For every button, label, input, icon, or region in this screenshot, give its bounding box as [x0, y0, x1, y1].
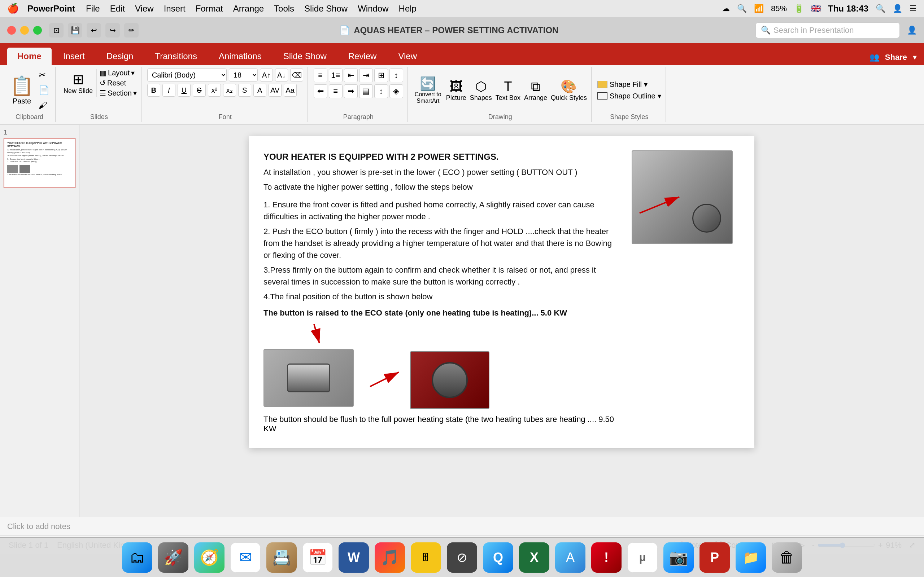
columns-button[interactable]: ⊞	[374, 69, 388, 82]
notes-bar[interactable]: Click to add notes	[0, 517, 924, 535]
superscript-button[interactable]: x²	[208, 84, 221, 97]
font-color-button[interactable]: A	[254, 84, 267, 97]
shape-outline-button[interactable]: Shape Outline ▾	[597, 92, 661, 100]
dock-excel[interactable]: X	[519, 542, 549, 573]
underline-button[interactable]: U	[178, 84, 191, 97]
dock-trash[interactable]: 🗑	[772, 542, 802, 573]
slide-thumbnail[interactable]: YOUR HEATER IS EQUIPPED WITH 2 POWER SET…	[3, 138, 76, 188]
menu-format[interactable]: Format	[195, 3, 223, 14]
section-button[interactable]: ☰ Section ▾	[100, 89, 137, 97]
justify-button[interactable]: ▤	[359, 84, 373, 98]
shadow-button[interactable]: S	[238, 84, 251, 97]
dock-audacity[interactable]: 🎚	[411, 542, 441, 573]
paste-button[interactable]: 📋 Paste	[8, 73, 36, 108]
share-chevron-icon[interactable]: ▾	[913, 53, 917, 62]
user-icon[interactable]: 👤	[893, 4, 902, 13]
search-bar[interactable]: 🔍 Search in Presentation	[756, 23, 900, 38]
dock-contacts[interactable]: 📇	[267, 542, 297, 573]
picture-button[interactable]: 🖼 Picture	[446, 79, 466, 102]
menu-window[interactable]: Window	[358, 3, 388, 14]
slide-canvas[interactable]: YOUR HEATER IS EQUIPPED WITH 2 POWER SET…	[249, 136, 754, 448]
tab-slideshow[interactable]: Slide Show	[273, 48, 337, 65]
align-right-button[interactable]: ➡	[344, 84, 358, 98]
account-icon[interactable]: 👤	[907, 26, 917, 35]
decrease-font-button[interactable]: A↓	[275, 69, 288, 82]
new-slide-button[interactable]: ⊞ New Slide	[61, 69, 97, 97]
font-family-select[interactable]: Calibri (Body) Arial Times New Roman	[147, 69, 227, 82]
dock-utorrent[interactable]: µ	[627, 542, 657, 573]
decrease-indent-button[interactable]: ⇤	[344, 69, 358, 82]
paragraph-spacing-button[interactable]: ↕	[389, 69, 403, 82]
dock-quicksilver[interactable]: Q	[483, 542, 513, 573]
spotlight-icon[interactable]: 🔍	[876, 4, 885, 13]
redo-button[interactable]: ↪	[105, 23, 120, 37]
menu-slideshow[interactable]: Slide Show	[304, 3, 347, 14]
tab-review[interactable]: Review	[338, 48, 387, 65]
menu-view[interactable]: View	[135, 3, 154, 14]
minimize-button[interactable]	[20, 26, 29, 35]
menu-tools[interactable]: Tools	[274, 3, 294, 14]
quick-styles-button[interactable]: 🎨 Quick Styles	[551, 79, 587, 102]
char-spacing-button[interactable]: AV	[268, 84, 281, 97]
dock-safari[interactable]: 🧭	[194, 542, 225, 573]
subscript-button[interactable]: x₂	[223, 84, 236, 97]
dock-calendar[interactable]: 📅	[302, 542, 333, 573]
copy-button[interactable]: 📄	[37, 84, 51, 97]
undo-button[interactable]: ↩	[87, 23, 101, 37]
dock-powerpoint[interactable]: P	[699, 542, 730, 573]
bullets-button[interactable]: ≡	[313, 69, 327, 82]
dock-files[interactable]: 📁	[736, 542, 766, 573]
shapes-button[interactable]: ⬡ Shapes	[470, 79, 492, 102]
tab-animations[interactable]: Animations	[208, 48, 272, 65]
increase-indent-button[interactable]: ⇥	[359, 69, 373, 82]
align-left-button[interactable]: ⬅	[313, 84, 327, 98]
arrange-button[interactable]: ⧉ Arrange	[524, 79, 547, 102]
increase-font-button[interactable]: A↑	[260, 69, 273, 82]
layout-button[interactable]: ▦ Layout ▾	[100, 69, 137, 77]
align-center-button[interactable]: ≡	[329, 84, 342, 98]
convert-smartart-button[interactable]: 🔄 Convert to SmartArt	[414, 76, 443, 104]
control-strip-icon[interactable]: ☰	[909, 4, 917, 13]
font-size-select[interactable]: 18 24 28 32	[229, 69, 258, 82]
tab-home[interactable]: Home	[7, 48, 52, 65]
dock-mail[interactable]: ✉	[230, 542, 261, 573]
reset-button[interactable]: ↺ Reset	[100, 79, 137, 87]
smart-art-button[interactable]: ◈	[389, 84, 403, 98]
search-menubar-icon[interactable]: 🔍	[737, 4, 747, 13]
tab-insert[interactable]: Insert	[53, 48, 95, 65]
layout-chevron-icon[interactable]: ▾	[131, 69, 135, 77]
dock-word[interactable]: W	[339, 542, 369, 573]
share-label[interactable]: Share	[885, 53, 907, 62]
dock-itunes[interactable]: 🎵	[375, 542, 405, 573]
menu-help[interactable]: Help	[399, 3, 417, 14]
close-button[interactable]	[7, 26, 16, 35]
fullscreen-button[interactable]	[33, 26, 42, 35]
clear-format-button[interactable]: ⌫	[290, 69, 303, 82]
tab-view[interactable]: View	[388, 48, 427, 65]
tab-design[interactable]: Design	[96, 48, 144, 65]
shape-outline-chevron-icon[interactable]: ▾	[657, 92, 661, 100]
italic-button[interactable]: I	[162, 84, 175, 97]
shape-fill-button[interactable]: Shape Fill ▾	[597, 80, 661, 89]
section-chevron-icon[interactable]: ▾	[133, 89, 137, 97]
menu-insert[interactable]: Insert	[164, 3, 186, 14]
dock-robosub[interactable]: ⊘	[447, 542, 477, 573]
dock-launchpad[interactable]: 🚀	[158, 542, 188, 573]
change-case-button[interactable]: Aa	[284, 84, 297, 97]
save-button[interactable]: 💾	[68, 23, 82, 37]
cut-button[interactable]: ✂	[37, 69, 51, 82]
customize-button[interactable]: ✏	[124, 23, 139, 37]
textbox-button[interactable]: T Text Box	[496, 79, 520, 102]
shape-fill-chevron-icon[interactable]: ▾	[644, 80, 648, 89]
dock-issues[interactable]: !	[591, 542, 622, 573]
apple-logo-icon[interactable]: 🍎	[7, 3, 19, 14]
tab-transitions[interactable]: Transitions	[145, 48, 207, 65]
text-direction-button[interactable]: ↕	[374, 84, 388, 98]
format-painter-button[interactable]: 🖌	[37, 99, 51, 112]
dock-appstore[interactable]: A	[555, 542, 585, 573]
bold-button[interactable]: B	[147, 84, 160, 97]
strikethrough-button[interactable]: S	[193, 84, 206, 97]
menu-edit[interactable]: Edit	[110, 3, 125, 14]
numbering-button[interactable]: 1≡	[329, 69, 342, 82]
toolbar-toggle-button[interactable]: ⊡	[49, 23, 63, 37]
